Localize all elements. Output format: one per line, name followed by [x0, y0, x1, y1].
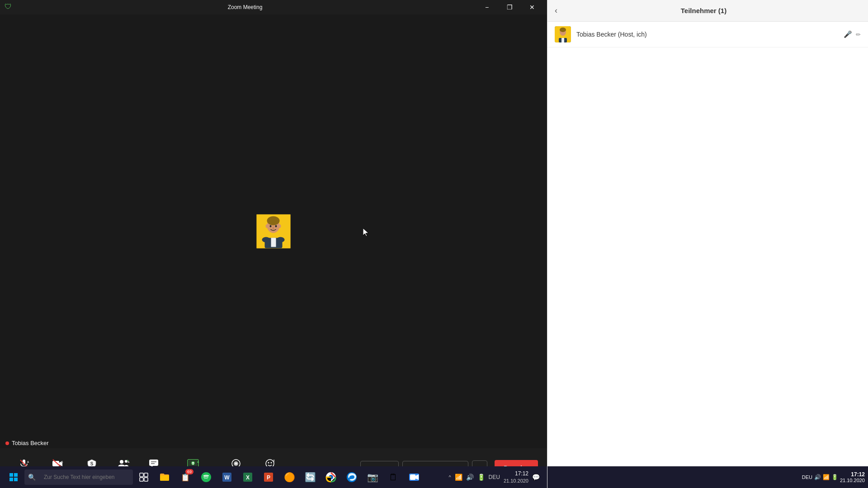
participants-arrow-icon: ▲ [127, 460, 130, 464]
svg-text:W: W [224, 474, 230, 481]
avatar-image [257, 215, 291, 249]
restore-button[interactable]: ❐ [499, 0, 520, 14]
svg-point-8 [270, 225, 272, 227]
powerpoint-icon: P [263, 472, 274, 483]
participants-panel: ‹ Teilnehmer (1) Tobias Becker (Host, ic… [547, 0, 868, 488]
chrome-icon [326, 472, 336, 483]
svg-rect-45 [9, 473, 13, 477]
svg-point-11 [266, 225, 269, 228]
taskbar-app7[interactable]: 🟠 [279, 467, 299, 487]
svg-point-9 [275, 225, 277, 227]
svg-rect-52 [144, 478, 148, 481]
taskbar-excel[interactable]: X [238, 467, 258, 487]
clock-time: 17:12 [504, 470, 528, 478]
word-icon: W [222, 472, 232, 483]
task-view-icon [139, 473, 148, 482]
battery-icon: 🔋 [831, 474, 838, 480]
svg-rect-47 [9, 478, 13, 481]
taskbar-edge[interactable] [342, 467, 362, 487]
search-input[interactable] [38, 469, 129, 485]
system-tray: DEU 🔊 📶 🔋 17:12 21.10.2020 [802, 471, 865, 483]
taskbar-photos[interactable]: 📷 [363, 467, 382, 487]
participant-list-item: Tobias Becker (Host, ich) 🎤 ✏ [547, 22, 868, 47]
profile-image [257, 215, 291, 249]
share-arrow-icon: ▲ [196, 460, 200, 464]
svg-point-22 [120, 460, 123, 464]
excel-icon: X [242, 472, 253, 483]
svg-point-35 [235, 463, 237, 465]
svg-point-53 [201, 472, 211, 482]
audio-arrow-icon: ▲ [26, 460, 30, 464]
svg-text:↻: ↻ [273, 459, 275, 463]
window-controls: − ❐ ✕ [476, 0, 542, 14]
taskbar-explorer[interactable] [155, 467, 175, 487]
svg-rect-25 [149, 460, 158, 466]
search-icon: 🔍 [28, 474, 36, 481]
taskbar-spotify[interactable] [196, 467, 216, 487]
tray-network: 📶 [455, 474, 462, 481]
clock: 17:12 21.10.2020 [840, 471, 865, 483]
mic-muted-icon: 🎤 [844, 30, 852, 38]
taskbar-zoom[interactable] [404, 467, 424, 487]
tray-volume: 🔊 [466, 474, 474, 481]
panel-title: Teilnehmer (1) [681, 7, 726, 14]
tray-battery: 🔋 [477, 474, 485, 481]
volume-icon: 🔊 [814, 474, 821, 480]
svg-point-10 [273, 227, 274, 230]
participant-status-icons: 🎤 ✏ [844, 30, 861, 38]
taskbar-refresh[interactable]: 🔄 [300, 467, 320, 487]
svg-point-12 [278, 225, 281, 228]
svg-rect-50 [144, 473, 148, 477]
participant-full-name: Tobias Becker (Host, ich) [576, 31, 838, 38]
panel-header: ‹ Teilnehmer (1) [547, 0, 868, 22]
svg-text:S: S [90, 461, 93, 466]
cursor [363, 228, 369, 235]
participant-name-text: Tobias Becker [12, 440, 49, 446]
participant-video-tile [257, 215, 291, 249]
panel-collapse-button[interactable]: ‹ [555, 6, 557, 15]
taskbar-chrome[interactable] [321, 467, 341, 487]
clock-time: 17:12 [840, 471, 865, 478]
zoom-icon [409, 472, 420, 483]
edit-icon: ✏ [856, 31, 861, 38]
taskbar-notes[interactable]: 🗒 [383, 467, 403, 487]
svg-rect-46 [14, 473, 18, 477]
windows-taskbar: 🔍 📋 69 W [0, 466, 547, 488]
taskbar-powerpoint[interactable]: P [259, 467, 278, 487]
svg-rect-49 [140, 473, 143, 477]
svg-point-37 [268, 462, 269, 463]
meeting-area [0, 14, 547, 448]
taskbar-word[interactable]: W [217, 467, 237, 487]
avatar-thumbnail [555, 26, 571, 42]
svg-point-6 [262, 237, 270, 243]
system-clock: 17:12 21.10.2020 [504, 470, 528, 484]
task-view-button[interactable] [134, 467, 154, 487]
window-title: Zoom Meeting [14, 4, 476, 10]
folder-icon [159, 472, 170, 483]
clock-date: 21.10.2020 [840, 478, 865, 483]
notification-button[interactable]: 💬 [532, 474, 540, 481]
video-arrow-icon: ▲ [60, 460, 64, 464]
svg-marker-13 [363, 228, 368, 236]
svg-point-7 [277, 237, 285, 243]
svg-text:P: P [267, 474, 270, 481]
start-button[interactable] [4, 467, 24, 487]
svg-rect-66 [410, 474, 415, 480]
svg-text:X: X [246, 474, 250, 481]
tray-chevron[interactable]: ^ [448, 474, 451, 480]
search-bar[interactable]: 🔍 [24, 469, 133, 485]
taskbar-file-manager[interactable]: 📋 69 [175, 467, 195, 487]
participant-name-label: Tobias Becker [5, 440, 49, 446]
system-tray: ^ 📶 🔊 🔋 DEU 17:12 21.10.2020 💬 [448, 470, 543, 484]
windows-icon [9, 473, 18, 482]
taskbar-right: DEU 🔊 📶 🔋 17:12 21.10.2020 [547, 466, 868, 488]
title-bar: 🛡 Zoom Meeting − ❐ ✕ [0, 0, 547, 14]
svg-point-42 [560, 28, 566, 32]
clock-date: 21.10.2020 [504, 478, 528, 484]
close-button[interactable]: ✕ [522, 0, 542, 14]
minimize-button[interactable]: − [476, 0, 497, 14]
spotify-icon [201, 472, 212, 483]
tray-lang: DEU [489, 474, 500, 480]
shield-icon: 🛡 [5, 3, 14, 12]
svg-rect-44 [561, 38, 564, 42]
